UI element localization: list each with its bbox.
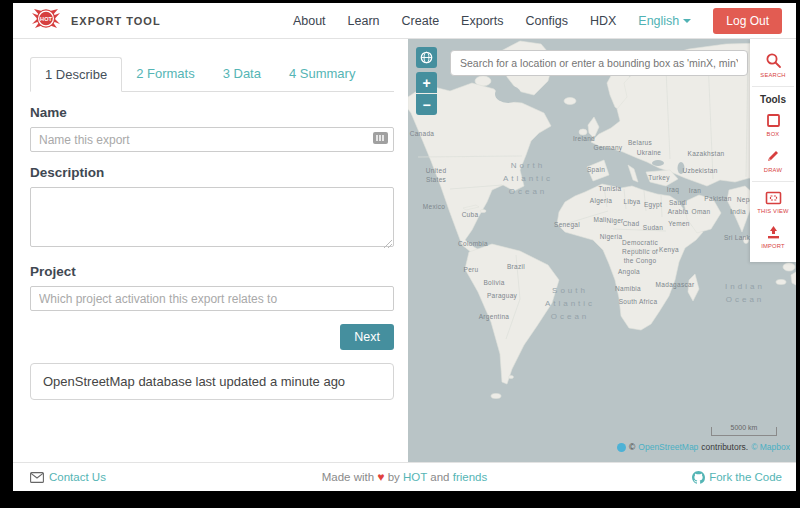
tab-formats[interactable]: 2 Formats xyxy=(122,57,209,92)
mapbox-link[interactable]: © Mapbox xyxy=(751,442,790,452)
zoom-out-button[interactable]: − xyxy=(416,94,437,115)
hot-logo-icon: HOT xyxy=(30,6,62,35)
osm-link[interactable]: OpenStreetMap xyxy=(638,442,698,452)
tab-summary[interactable]: 4 Summary xyxy=(275,57,369,92)
box-icon xyxy=(766,113,781,128)
footer: Contact Us Made with ♥ by HOT and friend… xyxy=(13,462,796,491)
import-icon xyxy=(766,225,781,240)
github-icon xyxy=(692,471,705,484)
map-attribution: © OpenStreetMap contributors. © Mapbox xyxy=(617,442,790,452)
globe-extent-button[interactable] xyxy=(416,47,437,68)
database-status-box: OpenStreetMap database last updated a mi… xyxy=(30,363,394,400)
map-tools-panel: SEARCH Tools BOX DRAW xyxy=(750,39,796,262)
search-icon xyxy=(765,52,782,69)
tool-import-button[interactable]: IMPORT xyxy=(752,219,794,254)
tools-title: Tools xyxy=(760,94,786,105)
description-textarea[interactable] xyxy=(30,187,394,247)
attribution-text: contributors. xyxy=(701,442,748,452)
tool-this-view-button[interactable]: THIS VIEW xyxy=(752,185,794,219)
wizard-tabs: 1 Describe 2 Formats 3 Data 4 Summary xyxy=(30,56,394,92)
language-dropdown[interactable]: English xyxy=(638,14,691,28)
brand-title: EXPORT TOOL xyxy=(71,15,161,27)
nav-item-hdx[interactable]: HDX xyxy=(590,14,616,28)
chevron-down-icon xyxy=(683,19,691,23)
map-scale-bar: 5000 km xyxy=(711,427,777,436)
fork-the-code-link[interactable]: Fork the Code xyxy=(692,471,782,484)
nav-item-exports[interactable]: Exports xyxy=(461,14,503,28)
nav-item-configs[interactable]: Configs xyxy=(526,14,568,28)
export-wizard-panel: 1 Describe 2 Formats 3 Data 4 Summary Na… xyxy=(13,39,408,462)
scale-label: 5000 km xyxy=(712,424,776,431)
globe-icon xyxy=(420,51,433,64)
mapbox-logo-icon xyxy=(617,443,626,452)
map-canvas[interactable]: North Atlantic OceanSouth Atlantic Ocean… xyxy=(408,39,796,462)
envelope-icon xyxy=(30,472,44,483)
name-input[interactable] xyxy=(30,127,394,152)
project-label: Project xyxy=(30,264,394,279)
draw-icon xyxy=(765,148,781,164)
attribution-text: © xyxy=(629,442,635,452)
credits-text: by xyxy=(388,471,400,483)
next-button[interactable]: Next xyxy=(340,324,394,350)
nav-item-about[interactable]: About xyxy=(293,14,326,28)
nav-item-create[interactable]: Create xyxy=(402,14,440,28)
svg-text:HOT: HOT xyxy=(40,16,52,22)
logout-button[interactable]: Log Out xyxy=(713,8,782,34)
keyboard-icon[interactable] xyxy=(373,132,388,144)
world-map-graphic xyxy=(408,39,796,462)
divider xyxy=(752,181,794,182)
brand[interactable]: HOT EXPORT TOOL xyxy=(30,6,161,35)
friends-link[interactable]: friends xyxy=(453,471,488,483)
tab-describe[interactable]: 1 Describe xyxy=(30,57,122,92)
nav-menu: About Learn Create Exports Configs HDX E… xyxy=(293,8,782,34)
hot-link[interactable]: HOT xyxy=(403,471,427,483)
zoom-in-button[interactable]: + xyxy=(416,72,437,93)
this-view-icon xyxy=(765,191,782,205)
description-label: Description xyxy=(30,165,394,180)
contact-us-link[interactable]: Contact Us xyxy=(30,471,106,483)
tab-data[interactable]: 3 Data xyxy=(209,57,275,92)
credits: Made with ♥ by HOT and friends xyxy=(13,470,796,484)
nav-item-learn[interactable]: Learn xyxy=(348,14,380,28)
search-button[interactable]: SEARCH xyxy=(752,46,794,83)
tool-box-button[interactable]: BOX xyxy=(752,107,794,142)
heart-icon: ♥ xyxy=(377,470,384,484)
navbar: HOT EXPORT TOOL About Learn Create Expor… xyxy=(13,3,796,39)
credits-text: Made with xyxy=(322,471,374,483)
credits-text: and xyxy=(430,471,449,483)
tool-draw-button[interactable]: DRAW xyxy=(752,142,794,178)
name-label: Name xyxy=(30,105,394,120)
project-input[interactable] xyxy=(30,286,394,311)
divider xyxy=(752,86,794,87)
map-search-input[interactable] xyxy=(450,50,748,76)
app-window: HOT EXPORT TOOL About Learn Create Expor… xyxy=(13,3,796,491)
